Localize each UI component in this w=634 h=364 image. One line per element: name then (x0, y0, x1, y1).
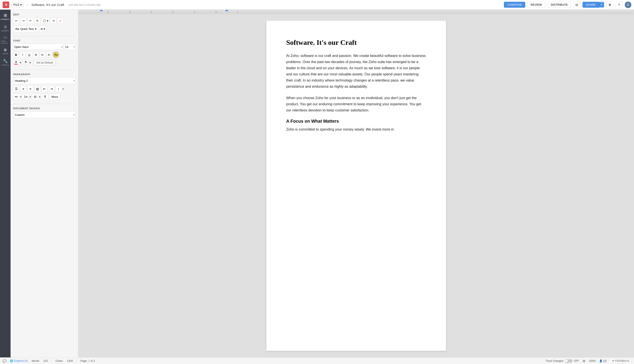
undo-button[interactable]: ↩ (13, 18, 19, 24)
highlight-color-button[interactable]: A (23, 60, 29, 66)
font-color-bar (14, 64, 18, 64)
svg-text:3: 3 (151, 10, 152, 13)
edit-toolbar-row: ↩ ↪ ✂ ⎘ 📋 ▾ ⇥ 🖊 (13, 18, 76, 24)
words-label: Words: (32, 360, 40, 362)
bullet-caret[interactable]: ▾ (20, 96, 21, 98)
highlight-button[interactable]: 🖊 (58, 18, 64, 24)
line-spacing-button[interactable]: ↕ (56, 86, 62, 92)
document-page: Software. It's our Craft At Zoho, softwa… (266, 21, 446, 351)
settings-icon-button[interactable]: ⚙ (606, 1, 613, 8)
copy-button[interactable]: ⎘ (34, 18, 41, 24)
text-style-button[interactable]: Aa (53, 52, 59, 58)
share-caret-icon[interactable]: ▾ (599, 2, 604, 7)
track-changes-label: Track Changes (545, 360, 563, 362)
document-area: 1 2 3 4 5 6 7 S (78, 10, 634, 358)
set-default-button[interactable]: Set as Default (34, 60, 56, 65)
strikethrough-button[interactable]: S (33, 52, 39, 58)
track-changes-off-label: OFF (574, 360, 579, 362)
quick-text-row: Aa Quick Text ▾ ⊜ ▾ (13, 26, 76, 32)
track-changes-toggle[interactable] (565, 359, 573, 363)
close-button[interactable]: ✕ (3, 2, 9, 8)
review-button[interactable]: REVIEW (527, 2, 545, 8)
sidebar-item-insert[interactable]: ⊕ INSERT (1, 23, 10, 34)
numbered-caret[interactable]: ▾ (30, 96, 31, 98)
font-section-title: FONT (13, 39, 76, 42)
align-justify-button[interactable]: ▤ (34, 86, 41, 92)
share-group: SHARE ▾ (582, 2, 604, 8)
favorite-icon[interactable]: ☆ (26, 3, 29, 7)
color-row: A ▾ A ▾ Set as Default (13, 60, 76, 66)
icon-strip: ⊞ FORMAT ⊕ INSERT ▭ PAGE LAYOUT ◉ VIEW 🔧… (0, 10, 11, 358)
last-edit-label: Last edit was 2 minutes ago (68, 3, 101, 6)
align-left-button[interactable]: ☰ (13, 86, 19, 92)
zoom-level: 100% (589, 360, 596, 362)
document-design-row: Custom Default Modern ▾ (13, 112, 76, 118)
font-size-dropdown[interactable]: 14 1012161824 (64, 44, 76, 50)
feedback-button[interactable]: ✉ FEEDBACK (610, 359, 631, 363)
quick-text-caret: ▾ (35, 27, 37, 30)
indent-increase-button[interactable]: ⇥ (50, 18, 57, 24)
paragraph-section-title: PARAGRAPH (13, 73, 76, 76)
help-icon-button[interactable]: ? (615, 1, 622, 8)
cut-button[interactable]: ✂ (27, 18, 34, 24)
indent-caret[interactable]: ▾ (39, 96, 40, 98)
document-title: Software. It's our Craft (31, 3, 64, 6)
svg-text:4: 4 (173, 10, 174, 13)
font-size-dropdown-wrap: 14 1012161824 ▾ (64, 44, 76, 50)
chars-count: 1304 (67, 360, 73, 362)
align-right-button[interactable]: ≡ (27, 86, 34, 92)
indent-left-button[interactable]: ⇤ (41, 86, 48, 92)
font-color-button[interactable]: A (13, 60, 19, 66)
document-scroll-area[interactable]: Software. It's our Craft At Zoho, softwa… (78, 14, 634, 358)
sidebar-item-page-layout[interactable]: ▭ PAGE LAYOUT (1, 34, 10, 45)
insert-label: INSERT (1, 30, 9, 32)
file-menu-button[interactable]: FILE ▾ (12, 2, 24, 7)
share-button[interactable]: SHARE (583, 2, 599, 8)
italic-button[interactable]: I (20, 52, 26, 58)
line-spacing-caret[interactable]: ▾ (63, 88, 64, 90)
font-family-dropdown[interactable]: Open Sans Arial Times New Roman (13, 44, 63, 50)
underline-button[interactable]: U (27, 52, 32, 58)
paragraph-mark-button[interactable]: ¶ (42, 94, 48, 100)
sidebar-item-format[interactable]: ⊞ FORMAT (1, 12, 10, 22)
distribute-button[interactable]: DISTRIBUTE (547, 2, 571, 8)
view-label: VIEW (3, 52, 8, 55)
page-number-group: Page: 1 of 2 (81, 360, 95, 362)
compare-button[interactable]: ⊜ ▾ (39, 26, 47, 32)
present-icon-button[interactable]: ⊡ (573, 1, 580, 8)
avatar[interactable]: Z (625, 2, 631, 8)
sidebar-item-tools[interactable]: 🔧 TOOLS (1, 57, 10, 68)
highlight-color-caret[interactable]: ▾ (30, 61, 31, 64)
redo-button[interactable]: ↪ (20, 18, 27, 24)
font-color-icon: A (15, 60, 17, 64)
document-design-dropdown[interactable]: Custom Default Modern (13, 112, 76, 118)
svg-marker-15 (100, 10, 103, 11)
grid-icon[interactable]: ⊞ (583, 359, 585, 363)
comment-icon[interactable]: 💬 (3, 359, 7, 363)
format-buttons-row: B I U S A2 A2 Aa (13, 52, 76, 58)
bold-button[interactable]: B (13, 52, 19, 58)
language-label[interactable]: 🌐 English(US) (10, 360, 28, 362)
bottom-bar: 💬 🌐 English(US) Words: 223 | Chars: 1304… (0, 358, 634, 364)
quick-text-button[interactable]: Aa Quick Text ▾ (13, 26, 39, 32)
document-paragraph-1: At Zoho, software is our craft and passi… (286, 53, 426, 90)
bullet-list-button[interactable]: •≡ (13, 94, 19, 100)
paste-button[interactable]: 📋 ▾ (41, 18, 50, 24)
page-layout-icon: ▭ (4, 35, 7, 40)
document-design-section-title: DOCUMENT DESIGN (13, 107, 76, 110)
heading-dropdown-wrap: Heading 2 Normal Heading 1 Heading 3 ▾ (13, 77, 76, 84)
heading-dropdown[interactable]: Heading 2 Normal Heading 1 Heading 3 (13, 77, 76, 84)
align-center-button[interactable]: ≡ (20, 86, 27, 92)
page-current: 1 (88, 360, 90, 362)
font-color-caret[interactable]: ▾ (20, 61, 21, 64)
svg-text:2: 2 (129, 10, 131, 13)
alignment-row: ☰ ≡ ≡ ▤ ⇤ ⇥ ↕ ▾ (13, 86, 76, 92)
indent-right-button[interactable]: ⇥ (48, 86, 55, 92)
more-button[interactable]: More (49, 94, 61, 100)
superscript-button[interactable]: A2 (40, 52, 45, 58)
indent-list-button[interactable]: ⊟ (32, 94, 38, 100)
subscript-button[interactable]: A2 (46, 52, 52, 58)
sidebar-item-view[interactable]: ◉ VIEW (1, 46, 10, 56)
compose-button[interactable]: COMPOSE (504, 2, 525, 8)
numbered-list-button[interactable]: 1≡ (23, 94, 29, 100)
